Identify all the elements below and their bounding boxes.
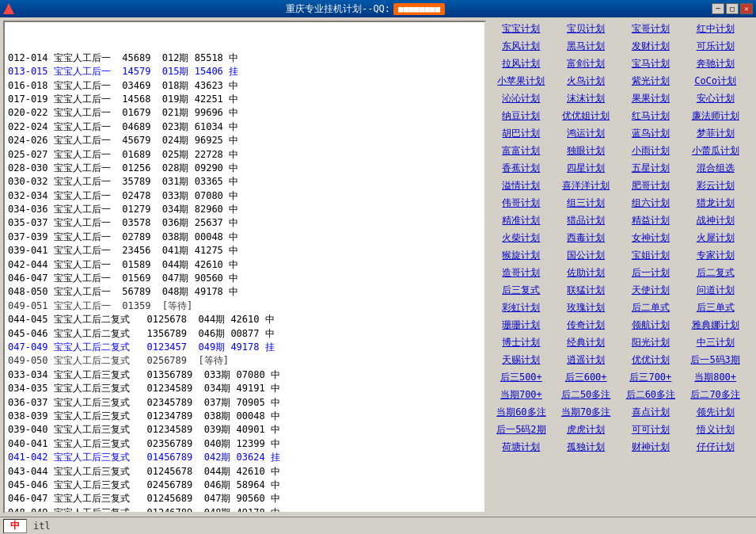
plan-item[interactable]: 果果计划: [619, 90, 683, 107]
plan-item[interactable]: 精益计划: [619, 212, 683, 229]
plan-item[interactable]: 后二复式: [683, 265, 747, 281]
plan-item[interactable]: 玫瑰计划: [554, 299, 618, 316]
plan-item[interactable]: 后二70多注: [683, 387, 747, 403]
plan-item[interactable]: 黑马计划: [554, 38, 618, 55]
plan-item[interactable]: 造哥计划: [489, 265, 553, 281]
plan-item[interactable]: 后三复式: [489, 282, 553, 299]
plan-item[interactable]: 猎品计划: [554, 212, 618, 229]
plan-item[interactable]: 火犀计划: [683, 230, 747, 246]
plan-item[interactable]: 组三计划: [554, 195, 618, 212]
plan-item[interactable]: 宝宝计划: [489, 21, 553, 37]
plan-item[interactable]: 虎虎计划: [554, 421, 618, 438]
plan-item[interactable]: 后三600+: [554, 369, 618, 386]
plan-item[interactable]: 鸿运计划: [554, 125, 618, 142]
plan-item[interactable]: 四星计划: [554, 160, 618, 177]
minimize-button[interactable]: ─: [712, 3, 724, 14]
plan-item[interactable]: 战神计划: [683, 212, 747, 229]
plan-item[interactable]: 廉法师计划: [683, 108, 747, 124]
plan-item[interactable]: 喜洋洋计划: [554, 177, 618, 194]
plan-item[interactable]: 奔驰计划: [683, 55, 747, 72]
plan-item[interactable]: 后一计划: [619, 265, 683, 281]
plan-item[interactable]: 中三计划: [683, 334, 747, 351]
plan-item[interactable]: 当期700+: [489, 387, 553, 403]
plan-item[interactable]: 拉风计划: [489, 55, 553, 72]
plan-item[interactable]: 紫光计划: [619, 73, 683, 90]
plan-item[interactable]: 纳豆计划: [489, 108, 553, 124]
plan-item[interactable]: 安心计划: [683, 90, 747, 107]
plan-item[interactable]: 当期800+: [683, 369, 747, 386]
plan-item[interactable]: 优优计划: [619, 352, 683, 368]
plan-item[interactable]: 优优姐计划: [554, 108, 618, 124]
plan-item[interactable]: 领航计划: [619, 317, 683, 334]
plan-item[interactable]: 红中计划: [683, 21, 747, 37]
plan-item[interactable]: 蓝鸟计划: [619, 125, 683, 142]
plan-item[interactable]: 香蕉计划: [489, 160, 553, 177]
plan-item[interactable]: 后三500+: [489, 369, 553, 386]
plan-item[interactable]: 宝哥计划: [619, 21, 683, 37]
plan-item[interactable]: 猎龙计划: [683, 195, 747, 212]
plan-item[interactable]: 经典计划: [554, 334, 618, 351]
plan-item[interactable]: 西毒计划: [554, 230, 618, 246]
plan-item[interactable]: 孤独计划: [554, 439, 618, 456]
plan-item[interactable]: 喜点计划: [619, 404, 683, 421]
plan-item[interactable]: 后一5码3期: [683, 352, 747, 368]
plan-item[interactable]: 国公计划: [554, 247, 618, 264]
plan-item[interactable]: 小苹果计划: [489, 73, 553, 90]
plan-item[interactable]: 肥哥计划: [619, 177, 683, 194]
plan-list-scroll[interactable]: 012-014 宝宝人工后一 45689 012期 85518 中013-015…: [5, 22, 484, 512]
plan-item[interactable]: 问道计划: [683, 282, 747, 299]
plan-item[interactable]: 小蕾瓜计划: [683, 143, 747, 159]
plan-item[interactable]: 后一5码2期: [489, 421, 553, 438]
plan-item[interactable]: 佐助计划: [554, 265, 618, 281]
plan-item[interactable]: 梦菲计划: [683, 125, 747, 142]
plan-item[interactable]: 雅典娜计划: [683, 317, 747, 334]
plan-item[interactable]: 混合组选: [683, 160, 747, 177]
plan-item[interactable]: 博士计划: [489, 334, 553, 351]
plan-item[interactable]: 天赐计划: [489, 352, 553, 368]
plan-item[interactable]: 火柴计划: [489, 230, 553, 246]
plan-item[interactable]: 火鸟计划: [554, 73, 618, 90]
plan-item[interactable]: 传奇计划: [554, 317, 618, 334]
plan-item[interactable]: 精准计划: [489, 212, 553, 229]
plan-item[interactable]: 红马计划: [619, 108, 683, 124]
plan-item[interactable]: 后二单式: [619, 299, 683, 316]
plan-item[interactable]: 可可计划: [619, 421, 683, 438]
plan-item[interactable]: 沁沁计划: [489, 90, 553, 107]
plan-item[interactable]: 后二50多注: [554, 387, 618, 403]
plan-item[interactable]: 宝马计划: [619, 55, 683, 72]
plan-item[interactable]: 天使计划: [619, 282, 683, 299]
plan-item[interactable]: 财神计划: [619, 439, 683, 456]
plan-item[interactable]: CoCo计划: [683, 73, 747, 90]
plan-item[interactable]: 猴旋计划: [489, 247, 553, 264]
plan-item[interactable]: 富剑计划: [554, 55, 618, 72]
plan-item[interactable]: 后三700+: [619, 369, 683, 386]
plan-item[interactable]: 后三单式: [683, 299, 747, 316]
plan-item[interactable]: 五星计划: [619, 160, 683, 177]
plan-item[interactable]: 阳光计划: [619, 334, 683, 351]
plan-item[interactable]: 后二60多注: [619, 387, 683, 403]
plan-item[interactable]: 沫沫计划: [554, 90, 618, 107]
plan-item[interactable]: 富富计划: [489, 143, 553, 159]
plan-item[interactable]: 可乐计划: [683, 38, 747, 55]
plan-item[interactable]: 彩虹计划: [489, 299, 553, 316]
plan-item[interactable]: 逍遥计划: [554, 352, 618, 368]
plan-item[interactable]: 宝贝计划: [554, 21, 618, 37]
plan-item[interactable]: 荷塘计划: [489, 439, 553, 456]
plan-item[interactable]: 珊珊计划: [489, 317, 553, 334]
plan-item[interactable]: 溢情计划: [489, 177, 553, 194]
plan-item[interactable]: 发财计划: [619, 38, 683, 55]
close-button[interactable]: ✕: [740, 3, 753, 14]
plan-item[interactable]: 专家计划: [683, 247, 747, 264]
plan-item[interactable]: 胡巴计划: [489, 125, 553, 142]
maximize-button[interactable]: □: [726, 3, 739, 14]
plan-item[interactable]: 彩云计划: [683, 177, 747, 194]
plan-item[interactable]: 小雨计划: [619, 143, 683, 159]
plan-item[interactable]: 东风计划: [489, 38, 553, 55]
plan-item[interactable]: 组六计划: [619, 195, 683, 212]
plan-item[interactable]: 悟义计划: [683, 421, 747, 438]
plan-item[interactable]: 联猛计划: [554, 282, 618, 299]
plan-item[interactable]: 当期70多注: [554, 404, 618, 421]
plan-item[interactable]: 宝姐计划: [619, 247, 683, 264]
plan-item[interactable]: 仔仔计划: [683, 439, 747, 456]
plan-item[interactable]: 女神计划: [619, 230, 683, 246]
